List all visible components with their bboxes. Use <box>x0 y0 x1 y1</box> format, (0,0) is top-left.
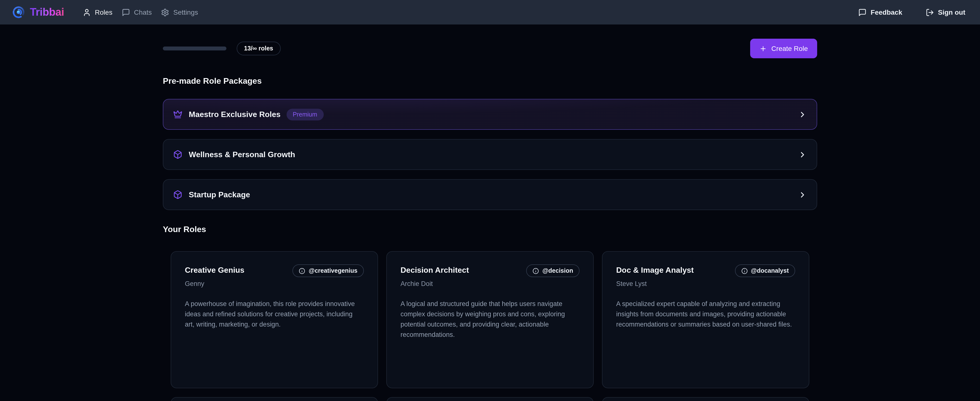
card-header: Creative Genius @creativegenius <box>185 264 364 277</box>
feedback-button[interactable]: Feedback <box>859 8 902 16</box>
top-nav: Tribbai Roles Chats Settings <box>0 0 980 24</box>
info-icon <box>533 268 539 274</box>
feedback-chat-icon <box>859 8 867 16</box>
create-role-label: Create Role <box>772 45 808 53</box>
main-content: 13/∞ roles Create Role Pre-made Role Pac… <box>163 24 817 401</box>
top-nav-right: Feedback Sign out <box>859 8 965 16</box>
nav-item-roles[interactable]: Roles <box>83 8 113 16</box>
role-description: A specialized expert capable of analyzin… <box>616 299 795 329</box>
role-card-doc-image-analyst[interactable]: Doc & Image Analyst @docanalyst Steve Ly… <box>602 251 809 388</box>
role-card-partial[interactable] <box>386 397 594 401</box>
crown-icon <box>173 110 182 119</box>
role-description: A powerhouse of imagination, this role p… <box>185 299 364 329</box>
role-description: A logical and structured guide that help… <box>401 299 579 340</box>
nav-label: Roles <box>95 8 113 16</box>
role-subtitle: Archie Doit <box>401 280 579 288</box>
brand-logo[interactable]: Tribbai <box>12 6 64 19</box>
role-handle: @creativegenius <box>309 267 358 274</box>
role-cards-grid-row-2 <box>171 397 809 401</box>
card-header: Decision Architect @decision <box>401 264 579 277</box>
role-card-partial[interactable] <box>171 397 378 401</box>
package-title: Startup Package <box>189 190 250 199</box>
logout-icon <box>926 8 934 16</box>
info-icon <box>741 268 748 274</box>
role-handle-badge[interactable]: @creativegenius <box>293 264 364 277</box>
primary-nav: Roles Chats Settings <box>83 8 198 16</box>
role-cards-grid: Creative Genius @creativegenius Genny A … <box>171 251 809 388</box>
role-card-creative-genius[interactable]: Creative Genius @creativegenius Genny A … <box>171 251 378 388</box>
nav-item-chats[interactable]: Chats <box>122 8 152 16</box>
sign-out-button[interactable]: Sign out <box>926 8 965 16</box>
gear-icon <box>161 8 169 16</box>
feedback-label: Feedback <box>871 8 902 16</box>
nav-label: Chats <box>134 8 152 16</box>
roles-count-badge: 13/∞ roles <box>237 42 280 55</box>
package-title: Maestro Exclusive Roles <box>189 110 280 119</box>
role-card-partial[interactable] <box>602 397 809 401</box>
info-icon <box>299 268 305 274</box>
app-window: Tribbai Roles Chats Settings <box>0 0 980 401</box>
role-handle: @docanalyst <box>751 267 789 274</box>
card-header: Doc & Image Analyst @docanalyst <box>616 264 795 277</box>
package-icon <box>173 190 182 199</box>
premium-badge: Premium <box>286 109 323 120</box>
your-roles-section-title: Your Roles <box>163 225 817 235</box>
chat-icon <box>122 8 130 16</box>
package-title: Wellness & Personal Growth <box>189 150 295 159</box>
plus-icon <box>760 45 767 52</box>
package-row-startup[interactable]: Startup Package <box>163 179 817 210</box>
role-subtitle: Genny <box>185 280 364 288</box>
packages-section-title: Pre-made Role Packages <box>163 77 817 86</box>
create-role-button[interactable]: Create Role <box>750 39 817 58</box>
roles-progress-bar <box>163 46 226 50</box>
chevron-right-icon <box>798 190 807 199</box>
roles-toolbar: 13/∞ roles Create Role <box>163 39 817 58</box>
role-handle: @decision <box>542 267 573 274</box>
role-title: Doc & Image Analyst <box>616 264 694 275</box>
brand-name: Tribbai <box>30 6 64 19</box>
sign-out-label: Sign out <box>938 8 965 16</box>
tribbai-logo-icon <box>12 6 25 19</box>
user-icon <box>83 8 91 16</box>
role-handle-badge[interactable]: @decision <box>526 264 579 277</box>
role-handle-badge[interactable]: @docanalyst <box>735 264 795 277</box>
chevron-right-icon <box>798 110 807 119</box>
nav-label: Settings <box>173 8 198 16</box>
package-row-maestro[interactable]: Maestro Exclusive Roles Premium <box>163 99 817 130</box>
package-row-wellness[interactable]: Wellness & Personal Growth <box>163 139 817 170</box>
nav-item-settings[interactable]: Settings <box>161 8 198 16</box>
role-title: Creative Genius <box>185 264 245 275</box>
chevron-right-icon <box>798 150 807 159</box>
role-card-decision-architect[interactable]: Decision Architect @decision Archie Doit… <box>386 251 594 388</box>
role-title: Decision Architect <box>401 264 469 275</box>
role-subtitle: Steve Lyst <box>616 280 795 288</box>
package-icon <box>173 150 182 159</box>
